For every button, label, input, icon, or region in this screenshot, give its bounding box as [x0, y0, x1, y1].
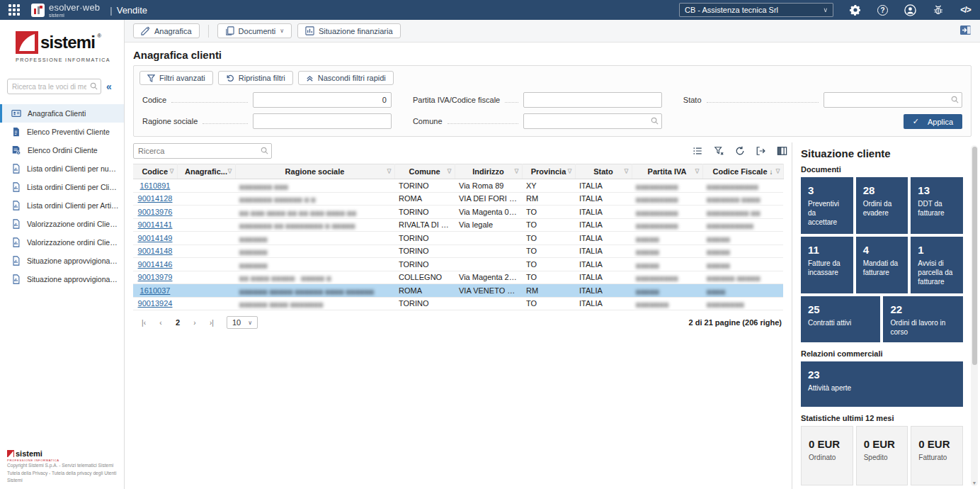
export-icon[interactable]	[756, 146, 766, 156]
stato-input[interactable]	[824, 92, 962, 108]
kpi-tile[interactable]: 28Ordini da evadere	[856, 177, 908, 234]
kpi-tile[interactable]: 4Mandati da fatturare	[856, 237, 908, 293]
search-icon[interactable]	[261, 147, 268, 154]
code-icon[interactable]: </>	[959, 4, 972, 16]
first-page-button[interactable]: |‹	[136, 317, 152, 328]
sidebar-item-3[interactable]: Elenco Ordini Cliente	[0, 141, 124, 159]
column-header[interactable]: Provincia∇	[522, 164, 575, 179]
reset-filters-button[interactable]: Ripristina filtri	[218, 71, 293, 85]
codice-link[interactable]: 90014141	[138, 220, 173, 229]
apply-button[interactable]: ✓ Applica	[904, 114, 962, 129]
apps-grid-icon[interactable]	[8, 4, 20, 16]
help-icon[interactable]: ?	[877, 4, 889, 16]
column-filter-icon[interactable]: ∇	[447, 168, 451, 175]
scrollbar-down-arrow[interactable]: ▼	[971, 480, 978, 485]
column-filter-icon[interactable]: ∇	[567, 168, 571, 175]
documenti-button[interactable]: Documenti ∨	[217, 23, 292, 38]
column-filter-icon[interactable]: ∇	[624, 168, 628, 175]
sidebar-item-9[interactable]: Situazione approvvigioname...	[0, 252, 124, 270]
table-row[interactable]: 90014141▆▆▆▆▆▆▆ ▆▆ ▆▆▆▆▆▆▆▆ ▆ ▆▆▆▆▆RIVAL…	[133, 218, 783, 232]
settings-gear-icon[interactable]	[849, 4, 861, 16]
column-filter-icon[interactable]: ∇	[514, 168, 518, 175]
table-row[interactable]: 1610037▆▆▆▆▆▆ ▆▆▆▆▆ ▆▆▆▆▆▆ ▆▆▆▆ ▆▆▆▆▆▆RO…	[133, 284, 783, 298]
kpi-tile[interactable]: 0 EUROrdinato	[801, 426, 853, 485]
codice-link[interactable]: 90013979	[138, 273, 173, 281]
column-filter-icon[interactable]: ∇	[227, 168, 232, 175]
last-page-button[interactable]: ›|	[204, 317, 220, 328]
grid-search-input[interactable]	[133, 143, 272, 159]
kpi-tile[interactable]: 0 EURSpedito	[856, 426, 908, 485]
table-row[interactable]: 90014128▆▆▆▆▆▆▆ ▆▆▆▆▆▆ ▆ ▆ROMAVIA DEI FO…	[133, 192, 783, 206]
kpi-tile[interactable]: 3Preventivi da accettare	[801, 177, 853, 234]
search-icon[interactable]	[651, 117, 659, 125]
column-header[interactable]: Indirizzo∇	[455, 164, 522, 179]
sidebar-item-5[interactable]: Lista ordini Clienti per Cliente	[0, 178, 124, 196]
kpi-tile[interactable]: 13DDT da fatturare	[911, 177, 963, 234]
page-size-select[interactable]: 10 ∨	[227, 316, 258, 329]
codice-link[interactable]: 90014148	[138, 247, 173, 255]
codice-input[interactable]	[253, 92, 392, 108]
column-header[interactable]: Stato∇	[575, 164, 632, 179]
sidebar-item-2[interactable]: Elenco Preventivi Cliente	[0, 123, 124, 141]
prev-page-button[interactable]: ‹	[153, 317, 169, 328]
sidebar-collapse-icon[interactable]: «	[106, 81, 112, 92]
row-settings-icon[interactable]	[693, 146, 703, 156]
sidebar-item-10[interactable]: Situazione approvvigioname...	[0, 270, 124, 288]
column-header[interactable]: Codice∇	[133, 164, 177, 179]
ragione-sociale-input[interactable]	[253, 113, 392, 129]
table-row[interactable]: 90014149▆▆▆▆▆▆TORINOTOITALIA▆▆▆▆▆▆▆▆▆▆	[133, 232, 783, 245]
anagrafica-button[interactable]: Anagrafica	[133, 23, 200, 38]
privacy-line[interactable]: Tutela della Privacy - Tutela della priv…	[7, 470, 121, 485]
kpi-tile[interactable]: 25Contratti attivi	[801, 296, 880, 342]
situazione-finanziaria-button[interactable]: Situazione finanziaria	[297, 23, 401, 38]
hide-quick-filters-button[interactable]: Nascondi filtri rapidi	[298, 71, 394, 85]
kpi-tile[interactable]: 1Avvisi di parcella da fatturare	[911, 237, 963, 293]
codice-link[interactable]: 1610037	[140, 286, 171, 295]
codice-link[interactable]: 90014146	[138, 260, 173, 269]
user-icon[interactable]	[904, 4, 916, 16]
codice-link[interactable]: 1610891	[140, 181, 171, 190]
column-filter-icon[interactable]: ∇	[775, 168, 780, 175]
column-filter-icon[interactable]: ∇	[387, 168, 391, 175]
scrollbar-thumb[interactable]	[972, 147, 977, 365]
sidebar-item-8[interactable]: Valorizzazione ordini Clienti ...	[0, 233, 124, 252]
table-row[interactable]: 90013976▆▆ ▆▆▆ ▆▆▆▆ ▆▆ ▆▆ ▆▆▆ ▆▆▆▆ ▆▆TOR…	[133, 206, 783, 219]
kpi-tile[interactable]: 23Attività aperte	[801, 361, 963, 407]
codice-link[interactable]: 90013976	[138, 208, 173, 216]
kpi-tile[interactable]: 0 EURFatturato	[911, 426, 963, 485]
table-row[interactable]: 90014148▆▆▆▆▆▆TORINOTOITALIA▆▆▆▆▆▆▆▆▆▆	[133, 244, 783, 258]
codice-link[interactable]: 90014128	[138, 194, 173, 203]
sidebar-item-1[interactable]: Anagrafica Clienti	[0, 104, 124, 123]
refresh-icon[interactable]	[735, 146, 745, 156]
column-header[interactable]: Comune∇	[394, 164, 455, 179]
column-header[interactable]: Ragione sociale∇	[235, 164, 394, 179]
columns-icon[interactable]	[777, 146, 787, 156]
current-page[interactable]: 2	[170, 318, 186, 327]
kpi-tile[interactable]: 22Ordini di lavoro in corso	[883, 296, 963, 342]
clear-filter-icon[interactable]	[714, 146, 724, 156]
sidebar-item-7[interactable]: Valorizzazione ordini Clienti ...	[0, 215, 124, 233]
column-header[interactable]: Codice Fiscale↓∇	[702, 164, 783, 179]
comune-input[interactable]	[523, 113, 662, 129]
table-row[interactable]: 90013979▆▆ ▆▆▆▆ ▆▆▆▆▆ - ▆▆▆▆▆ ▆COLLEGNOV…	[133, 271, 783, 284]
table-row[interactable]: 1610891▆▆▆▆▆▆▆ ▆▆▆TORINOVia Roma 89XYITA…	[133, 179, 783, 193]
sidebar-item-6[interactable]: Lista ordini Clienti per Artico...	[0, 196, 124, 215]
codice-link[interactable]: 90013924	[138, 299, 173, 308]
panel-scrollbar[interactable]: ▼	[971, 145, 978, 486]
column-header[interactable]: Anagrafic...∇	[177, 164, 235, 179]
next-page-button[interactable]: ›	[187, 317, 203, 328]
partita-iva-input[interactable]	[523, 92, 662, 108]
sidebar-item-4[interactable]: Lista ordini Clienti per nume...	[0, 159, 124, 178]
search-icon[interactable]	[951, 96, 959, 103]
column-filter-icon[interactable]: ∇	[695, 168, 699, 175]
column-header[interactable]: Partita IVA∇	[632, 164, 702, 179]
side-panel-toggle-icon[interactable]	[959, 25, 972, 35]
codice-link[interactable]: 90014149	[138, 234, 173, 242]
advanced-filters-button[interactable]: Filtri avanzati	[139, 71, 213, 85]
menu-search-input[interactable]	[7, 79, 101, 94]
kpi-tile[interactable]: 11Fatture da incassare	[801, 237, 853, 293]
table-row[interactable]: 90013924▆▆▆▆▆▆ ▆▆▆▆ ▆▆▆▆▆▆▆TORINOTOITALI…	[133, 297, 783, 310]
company-select[interactable]: CB - Assistenza tecnica Srl ∨	[679, 3, 833, 17]
debug-bug-icon[interactable]	[932, 4, 944, 16]
esolver-logo-icon[interactable]	[31, 4, 45, 17]
